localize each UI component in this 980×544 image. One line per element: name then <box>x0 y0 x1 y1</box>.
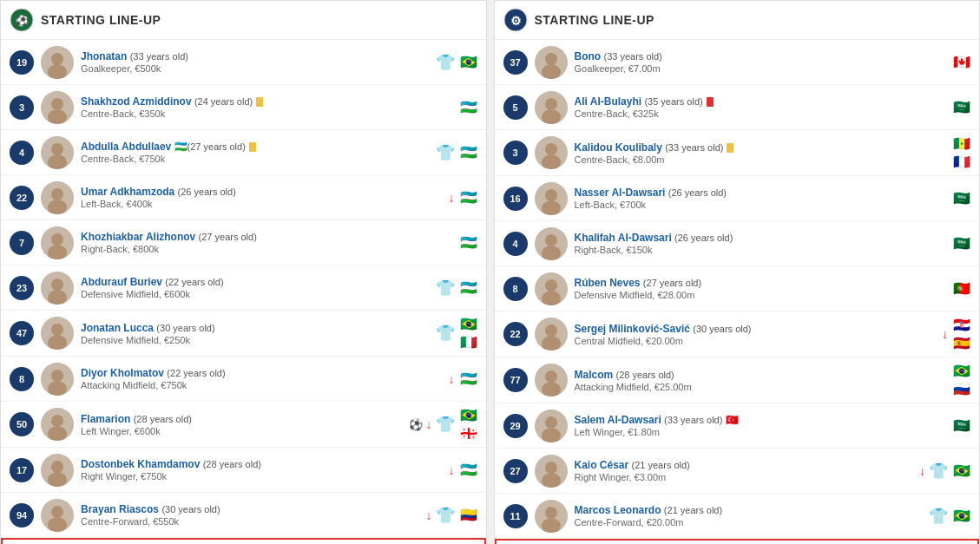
player-position: Right-Back, €150k <box>575 245 949 255</box>
flag-icon: 🇧🇷 <box>953 462 970 479</box>
flag-icon: 🇸🇦 <box>953 190 970 206</box>
shirt-icon: 👕 <box>436 143 455 162</box>
player-info: Jonatan Lucca (30 years old)Defensive Mi… <box>81 322 436 345</box>
table-row: 7 Khozhiakbar Alizhonov (27 years old)Ri… <box>1 220 486 265</box>
avatar <box>535 455 568 488</box>
table-row: 3 Shakhzod Azmiddinov (24 years old)Cent… <box>1 85 486 130</box>
player-name: Nasser Al-Dawsari (26 years old) <box>575 187 949 199</box>
avatar <box>41 317 74 350</box>
player-number: 94 <box>10 503 34 528</box>
svg-point-30 <box>51 461 63 473</box>
player-number: 16 <box>503 187 528 211</box>
svg-point-47 <box>545 189 557 201</box>
svg-point-12 <box>51 188 63 200</box>
table-row: 16 Nasser Al-Dawsari (26 years old)Left-… <box>495 176 980 221</box>
avatar <box>41 363 74 396</box>
svg-point-56 <box>545 324 557 337</box>
player-name: Jhonatan (33 years old) <box>81 50 436 62</box>
flag-icon: 🇬🇪 <box>460 425 477 442</box>
player-name: Bono (33 years old) <box>575 50 949 62</box>
player-flags: 🇸🇦 <box>953 235 970 252</box>
avatar <box>41 136 74 169</box>
flag-icon: 🇨🇦 <box>953 54 970 70</box>
player-name: Diyor Kholmatov (22 years old) <box>81 367 449 379</box>
shirt-icon: 👕 <box>436 415 455 434</box>
player-position: Right-Back, €800k <box>81 244 455 254</box>
svg-point-24 <box>51 370 63 382</box>
table-row: 27 Kaio César (21 years old)Right Winger… <box>495 449 980 494</box>
avatar <box>41 272 74 305</box>
avatar <box>535 46 568 79</box>
flag-icon: 🇨🇴 <box>460 507 477 523</box>
table-row: 3 Kalidou Koulibaly (33 years old)Centre… <box>495 130 980 176</box>
flag-icon: 🇧🇷 <box>460 316 477 332</box>
svg-point-50 <box>545 234 557 246</box>
flag-icon: 🇧🇷 <box>460 54 477 70</box>
table-row: 22 Umar Adkhamzoda (26 years old)Left-Ba… <box>1 175 486 220</box>
player-name: Kalidou Koulibaly (33 years old) <box>575 141 949 154</box>
svg-point-59 <box>545 370 557 383</box>
flag-icon: 🇺🇿 <box>460 189 477 206</box>
player-flags: 🇺🇿 <box>460 144 477 161</box>
player-icons: ↓ <box>449 463 455 477</box>
player-position: Defensive Midfield, €250k <box>81 335 436 345</box>
avatar <box>535 136 568 169</box>
player-info: Khalifah Al-Dawsari (26 years old)Right-… <box>575 232 949 255</box>
shirt-icon: 👕 <box>436 506 455 525</box>
player-position: Defensive Midfield, €600k <box>81 289 436 299</box>
player-icons: ↓👕 <box>919 462 948 481</box>
avatar <box>41 46 74 79</box>
player-name: Brayan Riascos (30 years old) <box>81 503 426 515</box>
player-number: 22 <box>10 186 34 210</box>
player-icons: ↓ <box>449 372 455 386</box>
table-row: 4 Khalifah Al-Dawsari (26 years old)Righ… <box>495 221 980 266</box>
svg-point-27 <box>51 415 63 427</box>
avatar <box>41 91 74 124</box>
svg-point-38 <box>545 53 557 65</box>
player-number: 23 <box>10 276 34 300</box>
player-info: Khozhiakbar Alizhonov (27 years old)Righ… <box>81 231 455 254</box>
flag-icon: 🇸🇦 <box>953 99 970 115</box>
substitution-arrow-icon: ↓ <box>942 327 948 341</box>
flag-icon: 🇺🇿 <box>460 462 477 478</box>
player-flags: 🇧🇷 <box>953 508 970 524</box>
substitution-arrow-icon: ↓ <box>449 463 455 477</box>
player-name: Abdurauf Buriev (22 years old) <box>81 276 436 288</box>
player-number: 4 <box>503 232 528 256</box>
svg-point-62 <box>545 416 557 429</box>
player-name: Umar Adkhamzoda (26 years old) <box>81 186 449 198</box>
flag-icon: 🇧🇷 <box>460 407 477 423</box>
player-flags: 🇸🇦 <box>953 417 970 434</box>
player-name: Flamarion (28 years old) <box>81 413 409 425</box>
avatar <box>535 182 568 215</box>
shirt-icon: 👕 <box>929 462 948 481</box>
table-row: 94 Brayan Riascos (30 years old)Centre-F… <box>1 493 486 538</box>
svg-point-53 <box>545 279 557 292</box>
svg-point-9 <box>51 143 63 155</box>
svg-point-68 <box>545 507 557 519</box>
flag-icon: 🇸🇦 <box>953 235 970 252</box>
flag-icon: 🇺🇿 <box>460 279 477 296</box>
svg-text:⚽: ⚽ <box>16 14 29 27</box>
player-flags: 🇵🇹 <box>953 280 970 297</box>
flag-icon: 🇵🇹 <box>953 280 970 297</box>
flag-icon: 🇪🇸 <box>953 335 970 351</box>
left-team-footer: Foreigners: 4 (36.4%) Avg. age: 27.7 Pur… <box>1 538 486 544</box>
player-position: Defensive Midfield, €28.00m <box>575 290 949 300</box>
player-position: Central Midfield, €20.00m <box>575 336 943 346</box>
player-icons: 👕 <box>436 279 455 298</box>
player-info: Kalidou Koulibaly (33 years old)Centre-B… <box>575 141 949 165</box>
player-flags: 🇸🇦 <box>953 190 970 206</box>
avatar <box>41 499 74 532</box>
avatar <box>535 318 568 351</box>
player-number: 8 <box>503 277 528 301</box>
table-row: 23 Abdurauf Buriev (22 years old)Defensi… <box>1 265 486 311</box>
player-icons: 👕 <box>436 143 455 162</box>
flag-icon: 🇮🇹 <box>460 334 477 351</box>
flag-icon: 🇺🇿 <box>460 99 477 115</box>
player-position: Left-Back, €700k <box>575 200 949 210</box>
player-info: Jhonatan (33 years old)Goalkeeper, €500k <box>81 50 436 74</box>
player-flags: 🇺🇿 <box>460 99 477 115</box>
player-position: Right Winger, €750k <box>81 471 449 482</box>
player-flags: 🇺🇿 <box>460 279 477 296</box>
